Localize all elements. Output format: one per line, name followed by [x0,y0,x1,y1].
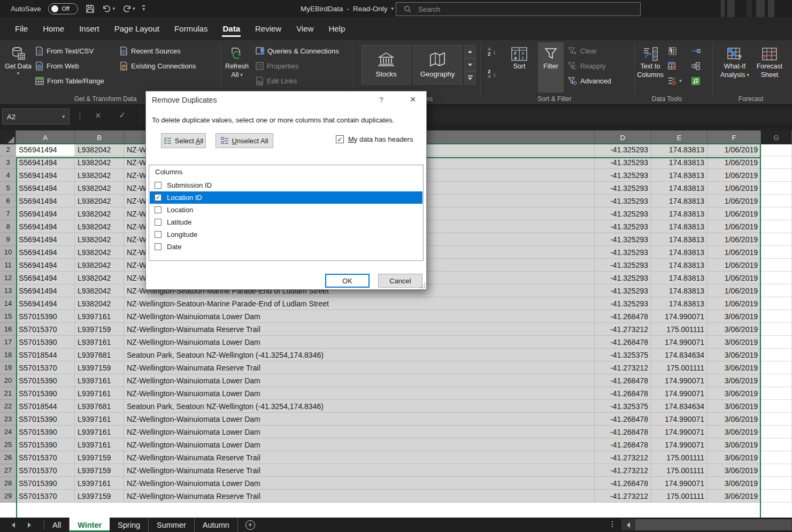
table-cell[interactable]: L9397161 [75,438,124,451]
sheet-tab-summer[interactable]: Summer [149,518,195,532]
manage-data-model-button[interactable] [691,74,701,87]
save-button[interactable] [86,4,95,13]
table-cell[interactable]: L9382042 [75,169,124,182]
table-cell[interactable]: 3/06/2019 [708,361,761,374]
table-cell[interactable]: 175.001111 [651,490,708,503]
ribbon-tab-formulas[interactable]: Formulas [169,19,213,38]
table-cell[interactable]: 174.990071 [651,336,708,349]
table-cell[interactable]: NZ-Wellington-Wainuiomata Lower Dam [124,413,595,426]
title-dropdown-icon[interactable]: ▾ [391,6,394,11]
column-option-location[interactable]: Location [150,204,422,216]
row-header-18[interactable]: 18 [0,349,16,361]
table-cell[interactable]: 3/06/2019 [708,438,761,451]
table-cell[interactable]: Seatoun Park, Seatoun NZ-Wellington (-41… [124,349,595,361]
row-header-4[interactable]: 4 [0,169,16,182]
next-sheet-icon[interactable] [28,522,31,528]
table-cell[interactable]: 174.83813 [651,143,708,156]
table-cell[interactable]: 174.83813 [651,297,708,310]
table-cell[interactable]: 1/06/2019 [708,220,761,233]
row-header-28[interactable]: 28 [0,477,16,490]
empty-cell[interactable] [761,156,792,169]
row-header-24[interactable]: 24 [0,426,16,438]
empty-cell[interactable] [761,336,792,349]
table-cell[interactable]: 174.834634 [651,400,708,413]
table-cell[interactable]: S56941494 [16,233,75,246]
table-cell[interactable]: NZ-Wellington-Wainumata Reserve Trail [124,490,595,503]
table-cell[interactable]: L9382042 [75,207,124,220]
empty-cell[interactable] [761,169,792,182]
table-cell[interactable]: 174.990071 [651,413,708,426]
table-cell[interactable]: 175.001111 [651,464,708,477]
table-cell[interactable]: S56941494 [16,284,75,297]
unselect-all-button[interactable]: Unselect All [216,133,273,148]
column-header-B[interactable]: B [75,130,124,144]
table-cell[interactable]: -41.268478 [595,374,651,387]
table-cell[interactable]: 1/06/2019 [708,233,761,246]
table-cell[interactable]: 174.83813 [651,220,708,233]
empty-cell[interactable] [761,259,792,272]
table-cell[interactable]: 1/06/2019 [708,207,761,220]
table-cell[interactable]: 3/06/2019 [708,490,761,503]
table-cell[interactable]: NZ-Wellington-Wainuiomata Lower Dam [124,336,595,349]
table-cell[interactable]: -41.273212 [595,451,651,464]
table-cell[interactable]: -41.325293 [595,233,651,246]
my-data-has-headers-checkbox[interactable]: ✓ My data has headers [336,135,413,143]
empty-cell[interactable] [761,426,792,438]
table-cell[interactable]: 3/06/2019 [708,310,761,323]
row-header-12[interactable]: 12 [0,272,16,284]
table-cell[interactable]: -41.325293 [595,143,651,156]
table-cell[interactable]: 174.83813 [651,259,708,272]
empty-cell[interactable] [761,323,792,336]
row-header-13[interactable]: 13 [0,284,16,297]
select-all-corner[interactable] [0,130,16,144]
row-header-26[interactable]: 26 [0,451,16,464]
table-cell[interactable]: S57015390 [16,477,75,490]
row-header-2[interactable]: 2 [0,143,16,156]
table-cell[interactable]: 174.990071 [651,426,708,438]
customize-quick-access-button[interactable]: ▾ [142,5,145,12]
tab-bar-divider[interactable]: ⋮ [609,520,616,528]
empty-cell[interactable] [761,349,792,361]
flash-fill-button[interactable] [667,44,677,57]
table-cell[interactable]: 3/06/2019 [708,413,761,426]
table-cell[interactable]: -41.325293 [595,169,651,182]
row-header-6[interactable]: 6 [0,195,16,207]
table-cell[interactable]: -41.325293 [595,272,651,284]
empty-cell[interactable] [761,143,792,156]
table-cell[interactable]: 174.83813 [651,207,708,220]
empty-cell[interactable] [761,272,792,284]
table-cell[interactable]: 174.83813 [651,169,708,182]
table-cell[interactable]: -41.325293 [595,246,651,259]
table-cell[interactable]: NZ-Wellington-Wainuiomata Lower Dam [124,426,595,438]
ribbon-tab-home[interactable]: Home [37,19,70,38]
table-cell[interactable]: NZ-Wellington-Wainuiomata Lower Dam [124,387,595,400]
table-cell[interactable]: L9382042 [75,220,124,233]
table-cell[interactable]: L9382042 [75,246,124,259]
table-cell[interactable]: -41.268478 [595,387,651,400]
existing-connections-button[interactable]: Existing Connections [120,59,196,72]
table-cell[interactable]: L9397681 [75,349,124,361]
table-cell[interactable]: -41.273212 [595,464,651,477]
empty-cell[interactable] [761,246,792,259]
checkbox-unchecked-icon[interactable] [155,219,162,226]
redo-button[interactable]: ▾ [122,4,135,13]
table-cell[interactable]: 3/06/2019 [708,426,761,438]
table-cell[interactable]: L9382042 [75,195,124,207]
table-cell[interactable]: L9382042 [75,259,124,272]
column-option-date[interactable]: Date [150,241,422,253]
previous-sheet-icon[interactable] [12,522,15,528]
what-if-analysis-button[interactable]: ? What-If Analysis▾ [718,42,752,92]
row-header-5[interactable]: 5 [0,182,16,195]
column-header-F[interactable]: F [708,130,761,144]
formula-bar-divider[interactable]: ⋮ [76,111,84,121]
empty-cell[interactable] [761,195,792,207]
row-header-29[interactable]: 29 [0,490,16,503]
table-cell[interactable]: NZ-Wellington-Wainumata Reserve Trail [124,361,595,374]
table-cell[interactable]: S57018544 [16,349,75,361]
from-text-csv-button[interactable]: From Text/CSV [35,44,94,57]
row-header-23[interactable]: 23 [0,413,16,426]
row-header-14[interactable]: 14 [0,297,16,310]
text-to-columns-button[interactable]: Text to Columns [635,42,665,92]
ribbon-tab-data[interactable]: Data [217,19,245,38]
scrollbar-thumb[interactable] [635,519,791,530]
